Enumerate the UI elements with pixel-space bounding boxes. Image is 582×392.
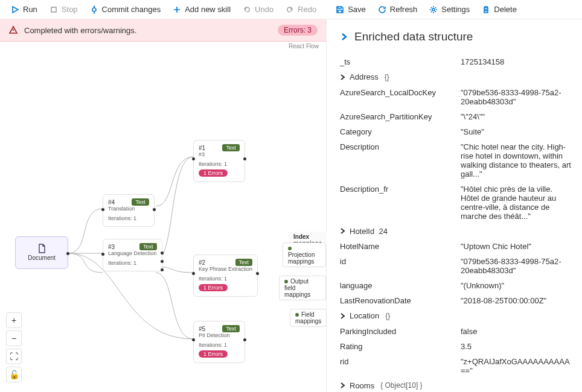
- stop-label: Stop: [62, 5, 78, 14]
- zoom-in-button[interactable]: +: [6, 312, 22, 328]
- value-cell: 3.5: [461, 339, 571, 354]
- data-row: language"(Unknown)": [340, 278, 571, 293]
- value-cell: [461, 378, 571, 393]
- data-row: AzureSearch_PartitionKey"\"24\"": [340, 109, 571, 124]
- value-cell: "\"24\"": [461, 109, 571, 124]
- data-row: Description"Chic hotel near the city. Hi…: [340, 139, 571, 182]
- save-label: Save: [348, 5, 366, 14]
- output-field-mappings[interactable]: Output field mappings: [279, 276, 326, 300]
- value-cell: "Uptown Chic Hotel": [461, 239, 571, 254]
- key-cell: HotelName: [340, 239, 461, 254]
- fit-view-button[interactable]: ⛶: [6, 349, 22, 364]
- error-badge[interactable]: 1 Errors: [199, 284, 228, 291]
- value-cell: 1725134158: [461, 54, 571, 69]
- edges: [0, 49, 326, 392]
- delete-button[interactable]: Delete: [477, 4, 522, 15]
- run-label: Run: [23, 5, 37, 14]
- error-badge[interactable]: 1 Errors: [199, 169, 228, 177]
- value-cell: "(Unknown)": [461, 278, 571, 293]
- value-cell: "z+QRAIJafXoGAAAAAAAAAA==": [461, 354, 571, 378]
- run-button[interactable]: Run: [6, 4, 42, 15]
- chevron-right-icon: [340, 74, 346, 80]
- refresh-label: Refresh: [390, 5, 418, 14]
- redo-button[interactable]: Redo: [281, 4, 321, 15]
- data-row[interactable]: Address{}: [340, 69, 571, 85]
- node-skill-4[interactable]: #4Text Translation Iterations: 1: [103, 194, 155, 227]
- error-badge[interactable]: 1 Errors: [199, 350, 228, 358]
- chevron-right-icon: [340, 313, 346, 319]
- iterations-label: Iterations: 1: [108, 215, 149, 221]
- commit-button[interactable]: Commit changes: [85, 4, 166, 15]
- detail-header[interactable]: Enriched data structure: [340, 30, 571, 43]
- redo-icon: [286, 5, 294, 14]
- data-row[interactable]: Location{}: [340, 308, 571, 324]
- data-row: LastRenovationDate"2018-08-25T00:00:00Z": [340, 293, 571, 308]
- key-cell: id: [340, 254, 461, 278]
- commit-icon: [90, 5, 98, 14]
- expander-key[interactable]: Address{}: [340, 69, 461, 85]
- node-skill-1[interactable]: #1Text #3 Iterations: 1 1 Errors: [193, 140, 245, 182]
- projection-mappings[interactable]: Projection mappings: [283, 242, 326, 267]
- banner-message: Completed with errors/warnings.: [24, 26, 136, 35]
- value-cell: "079be536-8333-4998-75a2-20eabb48303d": [461, 254, 571, 278]
- svg-rect-0: [51, 7, 56, 12]
- value-cell: [461, 308, 571, 324]
- add-skill-button[interactable]: Add new skill: [168, 4, 235, 15]
- data-row: rid"z+QRAIJafXoGAAAAAAAAAA==": [340, 354, 571, 378]
- key-cell: AzureSearch_PartitionKey: [340, 109, 461, 124]
- value-cell: "2018-08-25T00:00:00Z": [461, 293, 571, 308]
- zoom-out-button[interactable]: −: [6, 330, 22, 346]
- key-cell: language: [340, 278, 461, 293]
- canvas-pane: Completed with errors/warnings. Errors: …: [0, 19, 326, 392]
- value-cell: "079be536-8333-4998-75a2-20eabb48303d": [461, 85, 571, 109]
- value-cell: "Suite": [461, 124, 571, 139]
- delete-label: Delete: [494, 5, 517, 14]
- data-row: Rating3.5: [340, 339, 571, 354]
- save-button[interactable]: Save: [331, 4, 371, 15]
- lock-button[interactable]: 🔓: [6, 367, 22, 382]
- node-skill-5[interactable]: #5Text PII Detection Iterations: 1 1 Err…: [193, 321, 245, 363]
- chevron-right-icon: [340, 382, 346, 388]
- data-row[interactable]: Rooms{ Object[10] }: [340, 378, 571, 393]
- key-cell: Category: [340, 124, 461, 139]
- key-cell: rid: [340, 354, 461, 378]
- key-cell: AzureSearch_LocalDocKey: [340, 85, 461, 109]
- stop-button[interactable]: Stop: [45, 4, 83, 15]
- data-row: HotelName"Uptown Chic Hotel": [340, 239, 571, 254]
- play-icon: [11, 5, 19, 14]
- commit-label: Commit changes: [102, 5, 161, 14]
- redo-label: Redo: [298, 5, 316, 14]
- data-row[interactable]: HotelId 24: [340, 224, 571, 239]
- status-banner: Completed with errors/warnings. Errors: …: [0, 19, 326, 42]
- data-row: AzureSearch_LocalDocKey"079be536-8333-49…: [340, 85, 571, 109]
- expander-key[interactable]: Rooms{ Object[10] }: [340, 378, 461, 393]
- value-cell: [461, 224, 571, 239]
- undo-icon: [243, 5, 251, 14]
- node-skill-2[interactable]: #2Text Key Phrase Extraction Iterations:…: [193, 254, 258, 297]
- key-cell: Rating: [340, 339, 461, 354]
- key-cell: Description_fr: [340, 182, 461, 224]
- key-cell: LastRenovationDate: [340, 293, 461, 308]
- value-cell: false: [461, 324, 571, 339]
- field-mappings[interactable]: Field mappings: [290, 309, 327, 327]
- svg-point-1: [92, 8, 96, 11]
- error-count-pill[interactable]: Errors: 3: [278, 25, 318, 36]
- undo-button[interactable]: Undo: [238, 4, 278, 15]
- document-icon: [37, 244, 46, 253]
- refresh-button[interactable]: Refresh: [373, 4, 423, 15]
- warning-icon: [8, 25, 18, 35]
- gear-icon: [429, 5, 438, 14]
- data-row: ParkingIncludedfalse: [340, 324, 571, 339]
- data-row: Description_fr"Hôtel chic près de la vil…: [340, 182, 571, 224]
- node-skill-3[interactable]: #3Text Language Detection Iterations: 1: [103, 239, 162, 271]
- flow-canvas[interactable]: Document #4Text Translation Iterations: …: [0, 49, 326, 392]
- toolbar: Run Stop Commit changes Add new skill Un…: [0, 0, 582, 19]
- settings-button[interactable]: Settings: [424, 4, 475, 15]
- expander-key[interactable]: Location{}: [340, 308, 461, 324]
- attribution-label: React Flow: [0, 42, 326, 49]
- expander-key[interactable]: HotelId 24: [340, 224, 461, 239]
- data-row: _ts1725134158: [340, 54, 571, 69]
- data-structure-table: _ts1725134158 Address{}AzureSearch_Local…: [340, 54, 571, 392]
- node-document[interactable]: Document: [15, 236, 68, 269]
- detail-pane: Enriched data structure _ts1725134158 Ad…: [326, 19, 582, 392]
